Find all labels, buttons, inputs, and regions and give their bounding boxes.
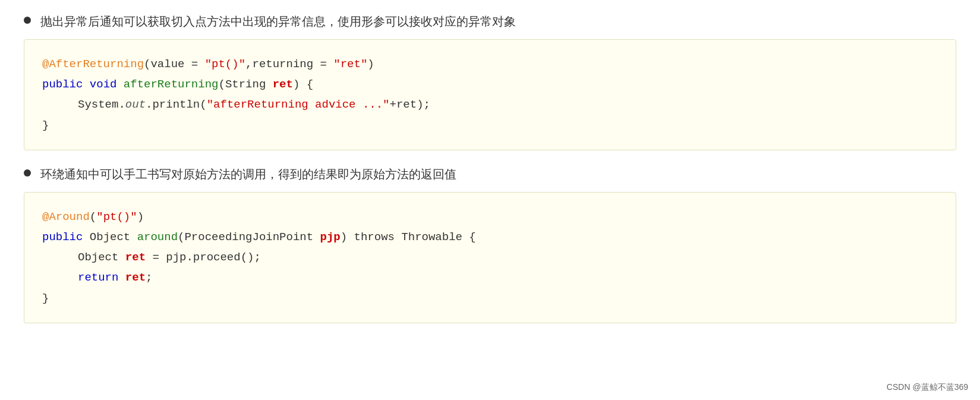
annotation-afterreturning: @AfterReturning	[42, 58, 144, 71]
paren-open-2: (	[90, 210, 96, 223]
kw-return: return	[78, 271, 118, 284]
string-pt-1: "pt()"	[205, 58, 245, 71]
watermark: CSDN @蓝鲸不蓝369	[887, 382, 968, 393]
assign-proceed: = pjp.proceed();	[146, 251, 261, 264]
code-line-ar-4: }	[42, 115, 938, 136]
system: System.	[78, 98, 125, 111]
code-block-afterreturning: @AfterReturning(value = "pt()",returning…	[24, 39, 956, 150]
semicolon-ret: ;	[146, 271, 152, 284]
code-line-ar-1: @AfterReturning(value = "pt()",returning…	[42, 54, 938, 74]
out: out	[125, 98, 146, 111]
object-ret: Object	[78, 251, 125, 264]
kw-void: void	[90, 78, 117, 91]
string-ret: "ret"	[333, 58, 367, 71]
bullet-text-2: 环绕通知中可以手工书写对原始方法的调用，得到的结果即为原始方法的返回值	[24, 165, 956, 184]
throws-keyword: ) throws Throwable {	[341, 231, 476, 244]
param-ret-1: ret	[273, 78, 293, 91]
method-around: around	[137, 231, 178, 244]
paren-open-1: (value =	[144, 58, 205, 71]
kw-public-2: public	[42, 231, 83, 244]
method-afterreturning: afterReturning	[124, 78, 219, 91]
code-block-around: @Around("pt()") public Object around(Pro…	[24, 192, 956, 323]
code-line-ar-3: System.out.println("afterReturning advic…	[42, 95, 938, 115]
brace-close-2: }	[42, 292, 49, 305]
space-obj: Object	[83, 231, 137, 244]
paren-close-2: )	[137, 210, 144, 223]
code-line-around-4: return ret;	[42, 267, 938, 288]
param-pjp: pjp	[320, 231, 341, 244]
plus-ret: +ret);	[390, 98, 430, 111]
bullet-text-1: 抛出异常后通知可以获取切入点方法中出现的异常信息，使用形参可以接收对应的异常对象	[24, 12, 956, 31]
bullet-dot-2	[24, 169, 31, 177]
code-line-ar-ann-1: @Around("pt()")	[42, 207, 938, 227]
section-afterreturning: 抛出异常后通知可以获取切入点方法中出现的异常信息，使用形参可以接收对应的异常对象…	[24, 12, 956, 150]
code-line-ar-2: public void afterReturning(String ret) {	[42, 74, 938, 95]
space-ret	[118, 271, 125, 284]
code-line-around-3: Object ret = pjp.proceed();	[42, 247, 938, 267]
string-pt-2: "pt()"	[96, 210, 137, 223]
section-around: 环绕通知中可以手工书写对原始方法的调用，得到的结果即为原始方法的返回值 @Aro…	[24, 165, 956, 323]
page-container: 抛出异常后通知可以获取切入点方法中出现的异常信息，使用形参可以接收对应的异常对象…	[0, 0, 980, 361]
params-around: (ProceedingJoinPoint	[178, 231, 320, 244]
var-ret: ret	[125, 251, 146, 264]
kw-public-1: public	[42, 78, 83, 91]
println-1: .println(	[146, 98, 207, 111]
bullet-dot-1	[24, 17, 31, 24]
watermark-text: CSDN @蓝鲸不蓝369	[887, 382, 968, 392]
comma-1: ,returning =	[245, 58, 333, 71]
brace-close-1: }	[42, 119, 49, 132]
code-line-around-2: public Object around(ProceedingJoinPoint…	[42, 227, 938, 247]
string-afterreturning-advice: "afterReturning advice ..."	[207, 98, 390, 111]
space-1	[83, 78, 89, 91]
bullet-label-2: 环绕通知中可以手工书写对原始方法的调用，得到的结果即为原始方法的返回值	[40, 165, 456, 184]
var-ret-2: ret	[125, 271, 146, 284]
params-ar: (String	[218, 78, 272, 91]
annotation-around: @Around	[42, 210, 90, 223]
paren-close-1: )	[367, 58, 374, 71]
space-2	[116, 78, 123, 91]
brace-open-1: ) {	[293, 78, 313, 91]
code-line-around-5: }	[42, 288, 938, 308]
bullet-label-1: 抛出异常后通知可以获取切入点方法中出现的异常信息，使用形参可以接收对应的异常对象	[40, 12, 516, 31]
